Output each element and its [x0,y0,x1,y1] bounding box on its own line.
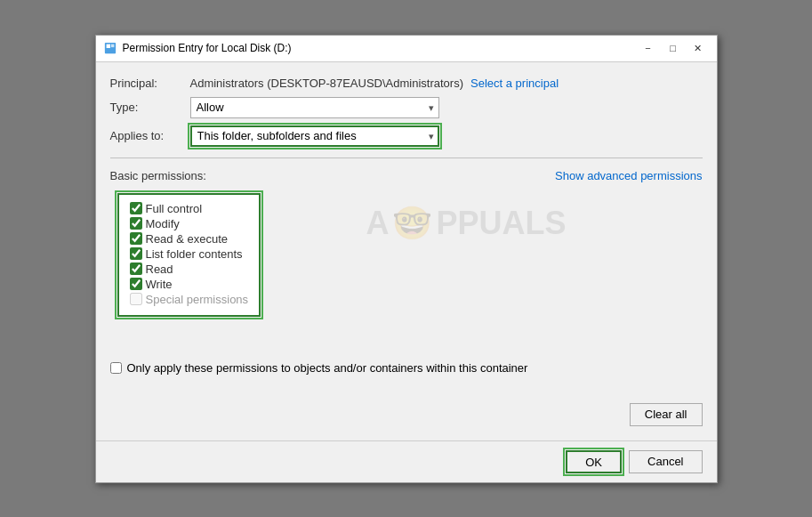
permissions-section: Basic permissions: Show advanced permiss… [110,169,703,347]
permission-modify-label: Modify [146,217,180,230]
applies-to-row: Applies to: This folder, subfolders and … [110,125,703,147]
select-principal-link[interactable]: Select a principal [470,77,559,90]
footer-buttons: Clear all [110,396,703,426]
type-row: Type: Allow [110,97,703,118]
checkbox-special [130,293,142,305]
cancel-button[interactable]: Cancel [629,450,702,473]
minimize-button[interactable]: − [637,39,660,57]
applies-to-dropdown-wrapper: This folder, subfolders and files [190,125,439,147]
section-header: Basic permissions: Show advanced permiss… [110,169,703,182]
permission-read: Read [130,263,249,276]
checkbox-read-execute[interactable] [130,232,142,245]
clear-all-button[interactable]: Clear all [630,403,703,426]
checkbox-full-control[interactable] [130,202,142,214]
permissions-box: Full control Modify Read & execute List … [117,193,261,317]
section-title: Basic permissions: [110,169,206,182]
type-label: Type: [110,101,190,114]
window-icon [103,41,117,55]
principal-row: Principal: Administrators (DESKTOP-87EAU… [110,77,703,90]
type-dropdown[interactable]: Allow [190,97,439,118]
window-controls: − □ ✕ [637,39,710,57]
dialog-content: Principal: Administrators (DESKTOP-87EAU… [96,62,717,440]
permission-list-folder: List folder contents [130,247,249,261]
permission-list-folder-label: List folder contents [146,247,243,261]
svg-rect-2 [110,44,114,48]
titlebar: Permission Entry for Local Disk (D:) − □… [96,36,717,62]
principal-value: Administrators (DESKTOP-87EAUSD\Administ… [190,77,464,90]
type-dropdown-wrapper: Allow [190,97,439,118]
permission-read-execute-label: Read & execute [146,232,229,246]
permission-full-control-label: Full control [146,202,203,215]
permission-full-control: Full control [130,202,249,215]
window-title: Permission Entry for Local Disk (D:) [123,42,637,54]
close-button[interactable]: ✕ [687,39,710,57]
ok-button[interactable]: OK [566,450,622,473]
only-apply-checkbox[interactable] [110,362,122,374]
checkbox-list-folder[interactable] [130,247,142,260]
permission-write: Write [130,278,249,291]
permission-read-execute: Read & execute [130,232,249,246]
checkbox-modify[interactable] [130,217,142,230]
permission-modify: Modify [130,217,249,230]
permission-entry-dialog: Permission Entry for Local Disk (D:) − □… [95,35,718,483]
only-apply-label: Only apply these permissions to objects … [127,361,528,375]
only-apply-row: Only apply these permissions to objects … [110,361,703,375]
permission-write-label: Write [146,278,173,291]
principal-label: Principal: [110,77,190,90]
dialog-footer: OK Cancel [96,440,717,482]
applies-to-label: Applies to: [110,129,190,142]
applies-to-dropdown[interactable]: This folder, subfolders and files [190,125,439,147]
show-advanced-link[interactable]: Show advanced permissions [555,169,702,182]
permission-read-label: Read [146,263,173,276]
watermark: A🤓PPUALS [366,205,566,242]
permission-special: Special permissions [130,293,249,306]
separator [110,158,703,158]
checkbox-write[interactable] [130,278,142,290]
svg-rect-1 [106,44,109,48]
permission-special-label: Special permissions [146,293,249,306]
maximize-button[interactable]: □ [662,39,685,57]
checkbox-read[interactable] [130,263,142,275]
